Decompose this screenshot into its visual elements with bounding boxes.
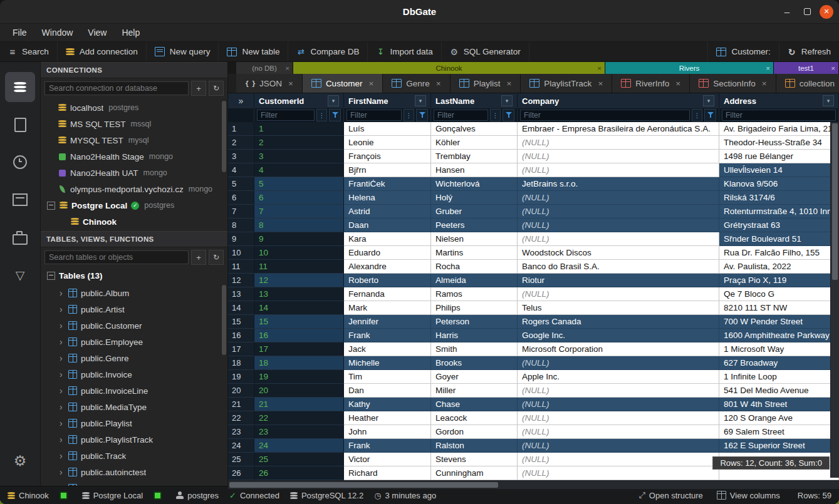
cell-company[interactable]: Telus [518,301,719,315]
cell-address[interactable]: Qe 7 Bloco G [719,287,839,301]
file-tab[interactable]: JSON [236,74,303,93]
table-row[interactable]: 7 7 Astrid Gruber (NULL) Rotenturmstraße… [228,205,839,219]
table-row[interactable]: 21 21 Kathy Chase (NULL) 801 W 4th Stree… [228,398,839,411]
cell-company[interactable]: Apple Inc. [518,370,719,384]
cell-customerid[interactable]: 24 [254,439,344,453]
tables-group[interactable]: Tables (13) [41,267,227,284]
connections-scrollbar[interactable] [222,101,226,172]
cell-customerid[interactable]: 13 [254,287,344,301]
table-item[interactable]: public.Invoice [41,366,227,383]
cell-lastname[interactable]: Miller [431,384,518,398]
cell-customerid[interactable]: 12 [254,274,344,287]
table-row[interactable]: 6 6 Helena Holý (NULL) Rilská 3174/6 [228,191,839,205]
table-row[interactable]: 11 11 Alexandre Rocha Banco do Brasil S.… [228,260,839,274]
cell-firstname[interactable]: Daan [344,219,431,232]
cell-address[interactable]: 1498 rue Bélanger [719,150,839,163]
cell-firstname[interactable]: Kathy [344,398,431,411]
filter-input[interactable] [257,110,315,121]
cell-lastname[interactable]: Wichterlová [431,177,518,191]
table-item[interactable]: public.Album [41,285,227,301]
cell-firstname[interactable]: Jennifer [344,315,431,329]
row-number[interactable]: 2 [228,136,254,150]
row-number[interactable]: 10 [228,246,254,260]
expander-icon[interactable] [47,186,54,193]
row-number[interactable]: 12 [228,274,254,287]
cell-firstname[interactable]: Luís [344,122,431,136]
file-tab[interactable]: PlaylistTrack [521,74,612,93]
cell-firstname[interactable]: Heather [344,411,431,425]
table-row[interactable]: 15 15 Jennifer Peterson Rogers Canada 70… [228,315,839,329]
cell-firstname[interactable]: Richard [344,466,431,480]
minimize-icon[interactable] [779,4,795,19]
close-tab-icon[interactable] [598,79,603,88]
filter-input[interactable] [722,110,836,121]
row-number[interactable]: 6 [228,191,254,205]
cell-lastname[interactable]: Peterson [431,315,518,329]
statusbar-item[interactable]: Open structure [638,490,702,500]
cell-address[interactable]: Av. Paulista, 2022 [719,260,839,274]
cell-firstname[interactable]: FrantiĊek [344,177,431,191]
expander-icon[interactable] [47,202,55,210]
tables-scrollbar[interactable] [222,285,226,355]
menu-item[interactable]: View [80,24,114,41]
row-number[interactable]: 24 [228,439,254,453]
row-number[interactable]: 1 [228,122,254,136]
row-number[interactable]: 17 [228,342,254,356]
vertical-scrollbar[interactable] [830,122,839,478]
cell-customerid[interactable]: 16 [254,329,344,342]
row-number[interactable]: 8 [228,219,254,232]
cell-company[interactable]: (NULL) [518,219,719,232]
table-item[interactable]: public.PlaylistTrack [41,431,227,448]
database-tab[interactable]: test1 [774,62,839,74]
row-number[interactable]: 19 [228,370,254,384]
filter-input[interactable] [520,110,690,121]
row-number[interactable]: 15 [228,315,254,329]
expander-icon[interactable] [47,105,54,111]
cell-customerid[interactable]: 25 [254,453,344,466]
cell-lastname[interactable]: Martins [431,246,518,260]
cell-customerid[interactable]: 5 [254,177,344,191]
row-number[interactable]: 11 [228,260,254,274]
statusbar-item[interactable] [154,491,165,500]
cell-address[interactable]: Praça Pio X, 119 [719,274,839,287]
table-item[interactable]: public.Artist [41,301,227,317]
cell-firstname[interactable]: Bjřrn [344,163,431,177]
connection-item[interactable]: localhost postgres [41,100,227,116]
cell-company[interactable]: (NULL) [518,453,719,466]
table-item[interactable]: public.booleantest [41,480,227,486]
statusbar-item[interactable]: 3 minutes ago [374,491,436,500]
cell-customerid[interactable]: 22 [254,411,344,425]
cell-firstname[interactable]: Frank [344,329,431,342]
cell-company[interactable]: Microsoft Corporation [518,342,719,356]
collapse-icon[interactable] [47,272,55,280]
statusbar-item[interactable]: PostgreSQL 12.2 [290,491,363,500]
cell-customerid[interactable]: 11 [254,260,344,274]
history-nav-icon[interactable] [5,147,35,177]
connections-nav-icon[interactable] [5,72,35,102]
cell-lastname[interactable]: Rocha [431,260,518,274]
cell-firstname[interactable]: Roberto [344,274,431,287]
cell-address[interactable]: 120 S Orange Ave [719,411,839,425]
table-row[interactable]: 24 24 Frank Ralston (NULL) 162 E Superio… [228,439,839,453]
column-dropdown-icon[interactable] [703,95,714,106]
cell-customerid[interactable]: 7 [254,205,344,219]
table-item[interactable]: public.Track [41,448,227,464]
statusbar-item[interactable]: Chinook [8,491,49,500]
toolbar-button[interactable]: Add connection [58,42,147,61]
filter-input[interactable] [434,110,488,121]
settings-nav-icon[interactable] [5,446,35,476]
chevron-right-icon[interactable] [60,288,65,298]
cell-firstname[interactable]: Mark [344,301,431,315]
file-tab[interactable]: Customer [303,74,383,93]
chevron-right-icon[interactable] [60,435,65,445]
kebab-menu-icon[interactable] [692,109,702,121]
statusbar-item[interactable]: postgres [176,491,219,500]
toolbar-button[interactable]: Import data [368,42,441,61]
column-header[interactable]: LastName [431,93,518,108]
file-tab[interactable]: Playlist [451,74,521,93]
expander-icon[interactable] [47,137,54,144]
close-tab-icon[interactable] [675,79,680,88]
toolbar-button[interactable]: Search [0,42,58,61]
toolbar-button[interactable]: New table [219,42,288,61]
row-number[interactable]: 20 [228,384,254,398]
